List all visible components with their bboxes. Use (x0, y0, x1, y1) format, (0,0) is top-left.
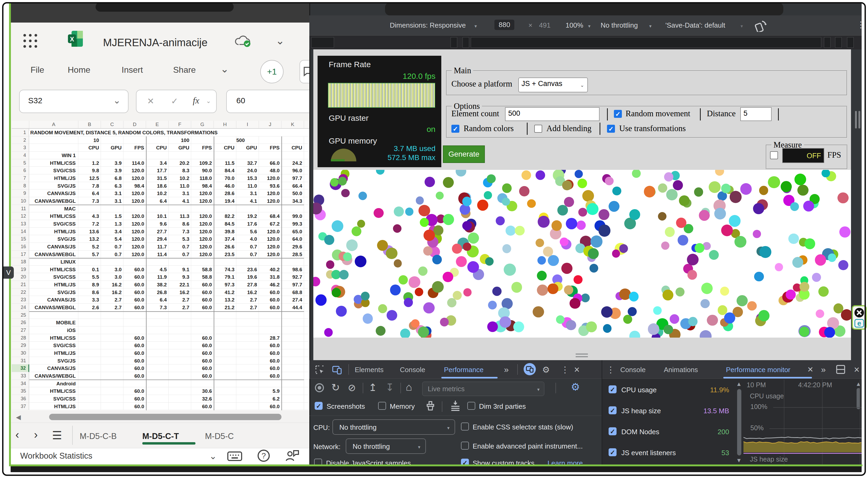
cell-F14[interactable]: 7.3 (168, 228, 191, 235)
cell-I35[interactable] (236, 387, 259, 395)
cell-J30[interactable]: 60.0 (259, 349, 281, 357)
cell-K25[interactable] (281, 311, 304, 319)
row-number-12[interactable]: 12 (12, 212, 29, 220)
cell-J6[interactable]: 48.0 (259, 167, 281, 174)
cell-F8[interactable]: 11.0 (168, 182, 191, 190)
cell-H25[interactable] (214, 311, 236, 319)
menu-file[interactable]: File (31, 65, 44, 75)
save-profile-icon[interactable]: ↧ (385, 382, 394, 393)
row-number-5[interactable]: 5 (12, 159, 29, 167)
cell-H28[interactable] (214, 334, 236, 342)
cell-C16[interactable]: 0.7 (101, 243, 123, 251)
record-icon[interactable] (315, 383, 324, 392)
cell-B15[interactable]: 13.2 (78, 235, 101, 243)
network-throttle-select[interactable]: No throttling ▼ (346, 439, 426, 454)
sheet-prev-icon[interactable]: ‹ (16, 428, 19, 441)
use-transformations-checkbox[interactable]: ✓ (607, 125, 615, 133)
cell-C27[interactable] (101, 326, 123, 334)
settings-gear-icon[interactable]: ⚙ (542, 365, 550, 375)
cell-C31[interactable] (101, 357, 123, 365)
cell-F35[interactable] (168, 387, 191, 395)
cell-G27[interactable] (191, 326, 214, 334)
cell-D28[interactable]: 60.0 (123, 334, 146, 342)
cell-A1[interactable]: RANDOM MOVEMENT, DISTANCE 5, RANDOM COLO… (29, 129, 78, 136)
cell-F30[interactable] (168, 349, 191, 357)
app-launcher-icon[interactable] (23, 34, 37, 48)
cell-D18[interactable] (123, 258, 146, 266)
monitor-close-icon[interactable]: × (854, 364, 860, 375)
cell-D9[interactable]: 120.0 (123, 190, 146, 197)
cell-B24[interactable]: 2.6 (78, 304, 101, 311)
dim-3rd-parties-checkbox[interactable] (467, 402, 475, 410)
cell-H12[interactable]: 82.2 (214, 212, 236, 220)
row-number-6[interactable]: 6 (12, 167, 29, 174)
col-header-H[interactable]: H (214, 121, 236, 129)
cell-D37[interactable]: 60.0 (123, 403, 146, 410)
cell-H3[interactable]: CPU (214, 144, 236, 152)
cell-K2[interactable] (281, 136, 304, 144)
cell-G36[interactable]: 32.6 (191, 395, 214, 403)
taskbar-v-badge[interactable]: V (3, 266, 14, 279)
cell-I20[interactable]: 19.6 (236, 273, 259, 281)
cell-B16[interactable]: 5.2 (78, 243, 101, 251)
cell-H32[interactable] (214, 364, 236, 372)
paint-instr-label[interactable]: Enable advanced paint instrument... (473, 442, 583, 450)
cell-D27[interactable] (123, 326, 146, 334)
row-number-28[interactable]: 28 (12, 334, 29, 342)
cell-E13[interactable]: 9.6 (146, 220, 168, 228)
cell-E18[interactable] (146, 258, 168, 266)
cell-K16[interactable]: 29.6 (281, 243, 304, 251)
cell-C12[interactable]: 1.5 (101, 212, 123, 220)
cell-A31[interactable]: SVG/JS (29, 357, 78, 365)
cell-D10[interactable]: 120.0 (123, 197, 146, 205)
cell-K21[interactable]: 97.7 (281, 281, 304, 288)
cell-D7[interactable]: 120.0 (123, 174, 146, 182)
row-number-17[interactable]: 17 (12, 251, 29, 258)
row-number-21[interactable]: 21 (12, 281, 29, 288)
cell-D14[interactable]: 120.0 (123, 228, 146, 235)
cell-J4[interactable] (259, 152, 281, 159)
dock-side-icon[interactable] (835, 364, 846, 376)
cell-J37[interactable]: 60.0 (259, 403, 281, 410)
cell-B31[interactable] (78, 357, 101, 365)
cell-G14[interactable]: 120.0 (191, 228, 214, 235)
cell-H14[interactable]: 39.8 (214, 228, 236, 235)
cell-B34[interactable] (78, 380, 101, 387)
cell-B26[interactable] (78, 319, 101, 326)
cell-B4[interactable] (78, 152, 101, 159)
cell-J13[interactable]: 67.2 (259, 220, 281, 228)
cell-C8[interactable]: 6.3 (101, 182, 123, 190)
row-number-20[interactable]: 20 (12, 273, 29, 281)
sheet-list-icon[interactable]: ☰ (52, 429, 62, 442)
cell-J26[interactable] (259, 319, 281, 326)
cell-C29[interactable] (101, 342, 123, 349)
cell-E31[interactable] (146, 357, 168, 365)
cell-C32[interactable] (101, 364, 123, 372)
col-header-F[interactable]: F (168, 121, 191, 129)
cell-G20[interactable]: 58.8 (191, 273, 214, 281)
cell-C2[interactable] (101, 136, 123, 144)
cell-F21[interactable]: 22.1 (168, 281, 191, 288)
cell-A36[interactable]: SVG/CSS (29, 395, 78, 403)
cell-J25[interactable] (259, 311, 281, 319)
cell-J1[interactable] (259, 129, 281, 136)
cell-I4[interactable] (236, 152, 259, 159)
cell-H19[interactable]: 74.3 (214, 266, 236, 274)
cell-A22[interactable]: SVG/JS (29, 288, 78, 296)
cell-A17[interactable]: CANVAS/WEBGL (29, 251, 78, 258)
cell-E11[interactable] (146, 205, 168, 213)
monitor-tab-perf-monitor-active[interactable]: Performance monitor (726, 366, 790, 374)
cell-H23[interactable]: 13.2 (214, 296, 236, 304)
enter-icon[interactable]: ✓ (171, 96, 178, 106)
column-headers[interactable]: ABCDEFGHIJK (12, 121, 309, 129)
gc-brush-icon[interactable] (425, 400, 436, 412)
status-expand-icon[interactable]: ⌄ (209, 451, 217, 461)
cell-D25[interactable] (123, 311, 146, 319)
cell-H34[interactable] (214, 380, 236, 387)
cell-K28[interactable] (281, 334, 304, 342)
cell-J22[interactable]: 60.0 (259, 288, 281, 296)
scroll-left-icon[interactable]: ◀ (16, 414, 21, 421)
cell-I30[interactable] (236, 349, 259, 357)
cell-G25[interactable] (191, 311, 214, 319)
cell-H5[interactable]: 11.5 (214, 159, 236, 167)
